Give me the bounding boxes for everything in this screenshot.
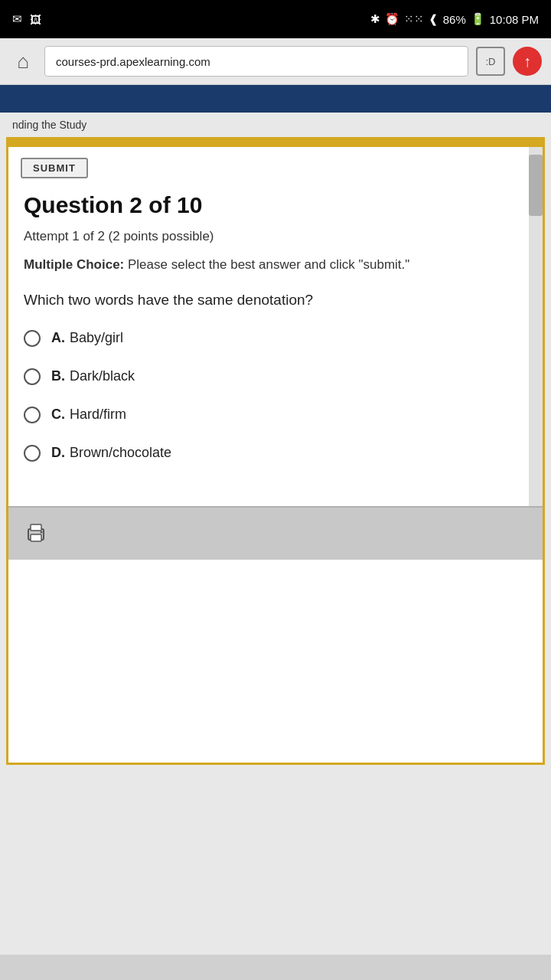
status-bar-right: ✱ ⏰ ⁙⁙ ❰ 86% 🔋 10:08 PM bbox=[370, 12, 539, 26]
radio-d[interactable] bbox=[24, 445, 41, 462]
tab-label: :D bbox=[486, 56, 496, 67]
home-button[interactable]: ⌂ bbox=[9, 47, 37, 75]
choice-letter-c: C. bbox=[51, 407, 65, 423]
battery-icon: 🔋 bbox=[471, 12, 485, 26]
clock-time: 10:08 PM bbox=[490, 13, 539, 26]
choices-list: A. Baby/girl B. Dark/black C. Hard/firm bbox=[24, 330, 514, 462]
bluetooth-icon: ✱ bbox=[370, 12, 380, 26]
svg-rect-2 bbox=[31, 524, 41, 531]
question-text: Which two words have the same denotation… bbox=[24, 292, 514, 309]
browser-chrome: ⌂ courses-prd.apexlearning.com :D ↑ bbox=[0, 38, 551, 85]
radio-c[interactable] bbox=[24, 407, 41, 423]
breadcrumb: nding the Study bbox=[0, 113, 551, 137]
submit-button[interactable]: SUBMIT bbox=[21, 158, 88, 178]
choice-letter-a: A. bbox=[51, 330, 65, 346]
home-icon: ⌂ bbox=[17, 50, 29, 74]
breadcrumb-text: nding the Study bbox=[12, 119, 86, 131]
upload-button[interactable]: ↑ bbox=[513, 47, 542, 76]
instruction-bold: Multiple Choice: bbox=[24, 257, 124, 272]
print-button[interactable] bbox=[21, 518, 51, 549]
radio-a[interactable] bbox=[24, 330, 41, 347]
image-icon: 🖼 bbox=[30, 13, 41, 26]
question-content: Question 2 of 10 Attempt 1 of 2 (2 point… bbox=[8, 185, 529, 506]
alarm-icon: ⏰ bbox=[385, 12, 399, 26]
svg-point-3 bbox=[41, 531, 43, 533]
choice-text-b: Dark/black bbox=[70, 368, 135, 384]
status-bar: ✉ 🖼 ✱ ⏰ ⁙⁙ ❰ 86% 🔋 10:08 PM bbox=[0, 0, 551, 38]
signal-bars-icon: ⁙⁙ bbox=[404, 12, 424, 26]
print-icon bbox=[24, 521, 48, 546]
tab-button[interactable]: :D bbox=[476, 47, 505, 76]
quiz-main: SUBMIT Question 2 of 10 Attempt 1 of 2 (… bbox=[8, 147, 529, 506]
question-title: Question 2 of 10 bbox=[24, 192, 514, 218]
submit-area: SUBMIT bbox=[8, 147, 529, 185]
choice-item-a[interactable]: A. Baby/girl bbox=[24, 330, 514, 347]
choice-text-a: Baby/girl bbox=[70, 330, 123, 346]
instruction-text: Please select the best answer and click … bbox=[124, 257, 409, 272]
quiz-bottom-bar bbox=[8, 506, 543, 560]
choice-item-d[interactable]: D. Brown/chocolate bbox=[24, 445, 514, 462]
choice-letter-b: B. bbox=[51, 368, 65, 384]
choice-text-c: Hard/firm bbox=[70, 407, 126, 423]
url-text: courses-prd.apexlearning.com bbox=[56, 55, 210, 68]
address-bar[interactable]: courses-prd.apexlearning.com bbox=[44, 46, 468, 77]
svg-rect-1 bbox=[31, 534, 41, 541]
quiz-inner: SUBMIT Question 2 of 10 Attempt 1 of 2 (… bbox=[8, 147, 543, 506]
email-icon: ✉ bbox=[12, 12, 22, 26]
signal-strength: 86% bbox=[443, 13, 466, 26]
choice-item-b[interactable]: B. Dark/black bbox=[24, 368, 514, 385]
instruction: Multiple Choice: Please select the best … bbox=[24, 255, 514, 275]
quiz-top-bar bbox=[8, 139, 543, 147]
choice-text-d: Brown/chocolate bbox=[70, 445, 171, 461]
radio-b[interactable] bbox=[24, 368, 41, 385]
attempt-info: Attempt 1 of 2 (2 points possible) bbox=[24, 229, 514, 244]
quiz-scrollbar[interactable] bbox=[529, 147, 543, 506]
page-area: nding the Study SUBMIT Question 2 of 10 … bbox=[0, 113, 551, 955]
upload-icon: ↑ bbox=[523, 53, 531, 70]
choice-letter-d: D. bbox=[51, 445, 65, 461]
status-bar-left: ✉ 🖼 bbox=[12, 12, 41, 26]
scrollbar-thumb[interactable] bbox=[529, 155, 543, 216]
quiz-container: SUBMIT Question 2 of 10 Attempt 1 of 2 (… bbox=[6, 137, 545, 765]
wifi-icon: ❰ bbox=[429, 12, 439, 26]
nav-bar bbox=[0, 85, 551, 113]
choice-item-c[interactable]: C. Hard/firm bbox=[24, 407, 514, 423]
